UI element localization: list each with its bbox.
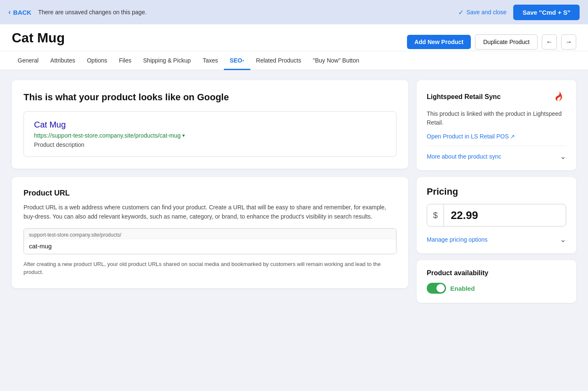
availability-toggle-row: Enabled: [427, 283, 566, 294]
page-header: Cat Mug Add New Product Duplicate Produc…: [0, 24, 588, 51]
product-availability-card: Product availability Enabled: [417, 260, 576, 303]
tab-buy-now-button[interactable]: "Buy Now" Button: [307, 51, 365, 70]
manage-pricing-row[interactable]: Manage pricing options ⌄: [427, 233, 566, 244]
toggle-knob: [436, 284, 445, 292]
lightspeed-sync-card: Lightspeed Retail Sync This product is l…: [417, 80, 576, 170]
open-in-ls-link[interactable]: Open Product in LS Retail POS ↗︎: [427, 133, 566, 140]
chevron-down-icon: ⌄: [560, 152, 566, 161]
save-cmd-button[interactable]: Save "Cmd + S": [513, 5, 580, 20]
back-chevron-icon: ‹: [8, 8, 10, 16]
price-input-wrap: $: [427, 204, 566, 227]
save-cmd-label: Save "Cmd + S": [522, 9, 570, 16]
tab-navigation: General Attributes Options Files Shippin…: [0, 51, 588, 70]
tab-options[interactable]: Options: [81, 51, 113, 70]
save-close-label: Save and close: [466, 9, 507, 16]
google-preview-card: This is what your product looks like on …: [12, 80, 408, 169]
right-column: Lightspeed Retail Sync This product is l…: [417, 80, 576, 303]
url-note: After creating a new product URL, your o…: [24, 260, 396, 276]
back-label: BACK: [13, 9, 31, 16]
save-and-close-button[interactable]: ✓ Save and close: [458, 8, 507, 16]
tab-shipping-pickup[interactable]: Shipping & Pickup: [137, 51, 197, 70]
prev-product-button[interactable]: ←: [542, 34, 557, 50]
external-link-icon: ↗︎: [510, 133, 515, 140]
url-input[interactable]: [24, 239, 396, 254]
seo-dot-indicator: ·: [242, 57, 244, 65]
pricing-card: Pricing $ Manage pricing options ⌄: [417, 177, 576, 253]
google-url: https://support-test-store.company.site/…: [34, 132, 386, 139]
url-input-container: support-test-store.company.site/products…: [24, 228, 396, 254]
open-in-ls-label: Open Product in LS Retail POS: [427, 133, 509, 140]
google-product-title: Cat Mug: [34, 120, 386, 130]
google-description: Product description: [34, 141, 386, 148]
product-url-description: Product URL is a web address where custo…: [24, 203, 396, 222]
url-prefix: support-test-store.company.site/products…: [24, 229, 396, 239]
availability-title: Product availability: [427, 269, 566, 277]
checkmark-icon: ✓: [458, 8, 464, 16]
tab-general[interactable]: General: [12, 51, 45, 70]
top-bar: ‹ BACK There are unsaved changes on this…: [0, 0, 588, 24]
back-button[interactable]: ‹ BACK: [8, 8, 32, 16]
tab-seo[interactable]: SEO·: [224, 51, 250, 70]
availability-status-label: Enabled: [450, 285, 475, 292]
product-url-card: Product URL Product URL is a web address…: [12, 177, 408, 288]
divider: [427, 146, 566, 146]
main-content: This is what your product looks like on …: [0, 70, 588, 313]
left-arrow-icon: ←: [546, 38, 553, 46]
google-preview-box: Cat Mug https://support-test-store.compa…: [24, 111, 396, 157]
pricing-title: Pricing: [427, 186, 566, 197]
tab-related-products[interactable]: Related Products: [250, 51, 307, 70]
lightspeed-title: Lightspeed Retail Sync: [427, 93, 501, 101]
tab-attributes[interactable]: Attributes: [45, 51, 81, 70]
add-new-product-button[interactable]: Add New Product: [407, 35, 471, 49]
right-arrow-icon: →: [565, 38, 572, 46]
price-input[interactable]: [444, 209, 566, 222]
url-dropdown-icon: ▾: [182, 133, 185, 138]
left-column: This is what your product looks like on …: [12, 80, 408, 288]
manage-pricing-label: Manage pricing options: [427, 236, 488, 243]
lightspeed-header: Lightspeed Retail Sync: [427, 89, 566, 104]
next-product-button[interactable]: →: [561, 34, 576, 50]
tab-files[interactable]: Files: [113, 51, 137, 70]
currency-symbol: $: [427, 204, 444, 226]
header-actions: Add New Product Duplicate Product ← →: [407, 30, 576, 50]
tab-taxes[interactable]: Taxes: [197, 51, 224, 70]
product-url-title: Product URL: [24, 189, 396, 198]
google-url-text: https://support-test-store.company.site/…: [34, 132, 181, 139]
google-preview-title: This is what your product looks like on …: [24, 92, 396, 103]
lightspeed-icon: [551, 89, 566, 104]
add-new-label: Add New Product: [415, 39, 464, 45]
availability-toggle[interactable]: [427, 283, 446, 294]
lightspeed-description: This product is linked with the product …: [427, 109, 566, 127]
more-about-sync-label: More about the product sync: [427, 153, 501, 160]
page-title: Cat Mug: [12, 30, 65, 51]
more-about-sync-row[interactable]: More about the product sync ⌄: [427, 150, 566, 161]
unsaved-changes-message: There are unsaved changes on this page.: [38, 9, 452, 16]
duplicate-product-button[interactable]: Duplicate Product: [475, 34, 538, 50]
pricing-chevron-down-icon: ⌄: [560, 235, 566, 244]
duplicate-label: Duplicate Product: [483, 39, 530, 45]
